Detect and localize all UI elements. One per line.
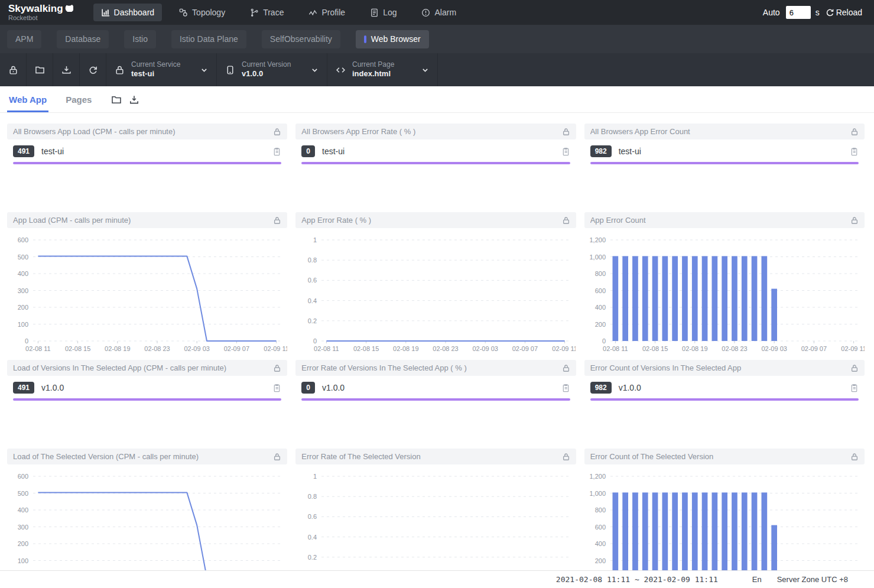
chart-card-row: Load of The Selected Version (CPM - call… <box>0 449 874 588</box>
svg-text:02-08 15: 02-08 15 <box>642 345 668 352</box>
svg-text:02-08 23: 02-08 23 <box>144 345 170 352</box>
stat-card-row: All Browsers App Load (CPM - calls per m… <box>0 124 874 164</box>
stat-label: test-ui <box>41 147 272 156</box>
svg-text:400: 400 <box>594 540 605 547</box>
lock-icon[interactable] <box>562 128 570 136</box>
download-icon <box>61 65 72 75</box>
refresh-templates-button[interactable] <box>80 53 106 86</box>
export-button[interactable] <box>53 53 80 86</box>
lock-icon[interactable] <box>562 364 570 372</box>
card-title: Error Rate of Versions In The Selected A… <box>301 363 561 372</box>
version-error-count-bar-chart[interactable]: 02004006008001,0001,20002-08 1102-08 150… <box>584 464 865 588</box>
dashboard-tab-istio[interactable]: Istio <box>124 30 156 48</box>
nav-item-dashboard[interactable]: Dashboard <box>93 4 163 21</box>
lock-icon[interactable] <box>850 364 859 372</box>
clipboard-icon[interactable] <box>272 384 281 392</box>
svg-text:100: 100 <box>18 321 28 328</box>
topology-icon <box>179 8 188 17</box>
tab-web-app[interactable]: Web App <box>7 95 48 112</box>
clipboard-icon[interactable] <box>561 147 570 156</box>
card-title: Load of Versions In The Selected App (CP… <box>13 363 273 372</box>
nav-item-label: Profile <box>321 8 345 17</box>
dashboard-tab-label: Web Browser <box>371 34 421 44</box>
svg-text:0.2: 0.2 <box>308 554 317 561</box>
nav-item-trace[interactable]: Trace <box>242 4 291 21</box>
template-folder-button[interactable] <box>27 53 53 86</box>
current-service-selector[interactable]: Current Service test-ui <box>106 53 217 86</box>
language-switcher[interactable]: En <box>752 575 762 584</box>
nav-item-log[interactable]: Log <box>362 4 404 21</box>
lock-icon[interactable] <box>562 453 570 461</box>
nav-item-profile[interactable]: Profile <box>301 4 353 21</box>
svg-text:200: 200 <box>18 540 28 547</box>
svg-text:02-09 07: 02-09 07 <box>801 345 826 352</box>
app-error-count-bar-chart[interactable]: 02004006008001,0001,20002-08 1102-08 150… <box>584 228 865 355</box>
stat-value-badge: 0 <box>301 382 315 394</box>
lock-icon[interactable] <box>850 216 859 225</box>
reload-icon <box>826 8 834 17</box>
reload-button[interactable]: Reload <box>826 8 862 17</box>
svg-text:1,000: 1,000 <box>589 490 606 497</box>
lock-icon[interactable] <box>850 453 859 461</box>
selector-value: test-ui <box>131 69 194 79</box>
dashboard-tab-selfobservability[interactable]: SelfObservability <box>262 30 340 48</box>
lock-icon[interactable] <box>562 216 570 225</box>
tab-pages[interactable]: Pages <box>64 95 93 112</box>
lock-icon[interactable] <box>273 453 281 461</box>
folder-button[interactable] <box>111 95 122 105</box>
export-button[interactable] <box>129 95 139 105</box>
trace-icon <box>250 8 259 17</box>
app-logo[interactable]: Skywalking Rocketbot <box>8 4 73 22</box>
nav-right-controls: Auto s Reload <box>763 6 862 19</box>
svg-text:800: 800 <box>594 506 605 514</box>
lock-icon[interactable] <box>273 364 281 372</box>
selector-label: Current Version <box>242 60 304 69</box>
svg-text:300: 300 <box>18 287 28 294</box>
svg-text:02-08 19: 02-08 19 <box>393 345 418 352</box>
svg-text:02-08 19: 02-08 19 <box>105 345 130 352</box>
clipboard-icon[interactable] <box>272 147 281 156</box>
card-title: App Load (CPM - calls per minute) <box>13 216 273 225</box>
svg-text:1: 1 <box>313 236 317 243</box>
svg-text:0.8: 0.8 <box>308 256 317 264</box>
lock-icon[interactable] <box>273 216 281 225</box>
current-version-selector[interactable]: Current Version v1.0.0 <box>217 53 327 86</box>
clipboard-icon[interactable] <box>850 384 859 392</box>
stat-progress-bar <box>13 398 281 401</box>
card-title: Error Count of Versions In The Selected … <box>590 363 850 372</box>
stat-value-badge: 982 <box>590 382 612 394</box>
stat-value-badge: 491 <box>13 145 34 157</box>
nav-item-alarm[interactable]: Alarm <box>414 4 464 21</box>
svg-text:500: 500 <box>18 490 28 497</box>
svg-text:800: 800 <box>594 270 605 277</box>
clipboard-icon[interactable] <box>850 147 859 156</box>
dashboard-tab-istio-data-plane[interactable]: Istio Data Plane <box>171 30 246 48</box>
chart-card-app-load: App Load (CPM - calls per minute) 010020… <box>7 212 287 355</box>
lock-icon[interactable] <box>273 128 281 136</box>
dashboard-tab-database[interactable]: Database <box>57 30 109 48</box>
time-range-picker[interactable]: 2021-02-08 11:11 ~ 2021-02-09 11:11 <box>556 575 718 584</box>
auto-reload-interval-input[interactable] <box>786 6 811 19</box>
svg-text:0.4: 0.4 <box>308 534 317 541</box>
stat-value-badge: 0 <box>301 145 315 157</box>
app-load-line-chart[interactable]: 010020030040050060002-08 1102-08 1502-08… <box>7 228 287 355</box>
nav-item-label: Topology <box>192 8 225 17</box>
app-error-rate-line-chart[interactable]: 00.20.40.60.8102-08 1102-08 1502-08 1902… <box>295 228 576 355</box>
nav-item-label: Log <box>383 8 397 17</box>
lock-icon[interactable] <box>850 128 859 136</box>
svg-text:02-08 11: 02-08 11 <box>25 345 51 352</box>
lock-icon <box>8 65 18 75</box>
svg-text:0.4: 0.4 <box>308 297 317 304</box>
svg-text:02-09 11: 02-09 11 <box>553 345 576 352</box>
dashboard-tab-web-browser[interactable]: Web Browser <box>356 30 429 48</box>
svg-text:1: 1 <box>313 473 317 480</box>
current-page-selector[interactable]: Current Page index.html <box>327 53 438 86</box>
stat-label: test-ui <box>619 147 850 156</box>
dashboard-tab-apm[interactable]: APM <box>7 30 41 48</box>
version-error-rate-line-chart[interactable]: 00.20.40.60.8102-08 1102-08 1502-08 1902… <box>295 464 576 588</box>
clipboard-icon[interactable] <box>561 384 570 392</box>
version-load-line-chart[interactable]: 010020030040050060002-08 1102-08 1502-08… <box>7 464 287 588</box>
lock-edit-button[interactable] <box>0 53 27 86</box>
metric-card-version-error-count: Error Count of Versions In The Selected … <box>584 360 865 401</box>
nav-item-topology[interactable]: Topology <box>171 4 233 21</box>
